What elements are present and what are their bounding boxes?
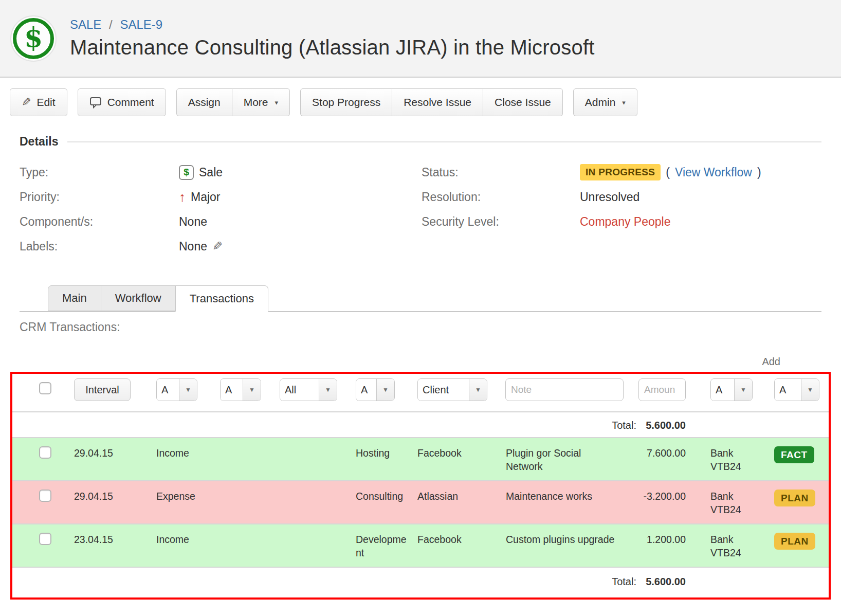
transaction-category: Consulting: [345, 490, 407, 503]
pencil-icon: ✎: [22, 96, 31, 109]
priority-major-icon: ↑: [179, 190, 186, 204]
security-level-label: Security Level:: [422, 215, 580, 229]
transaction-state-badge: PLAN: [774, 490, 815, 506]
tab-workflow[interactable]: Workflow: [101, 285, 176, 311]
transaction-note: Plugin gor Social Network: [489, 446, 619, 473]
comment-icon: [89, 96, 102, 108]
breadcrumb-separator: /: [109, 17, 113, 31]
type-filter-select[interactable]: A ▼: [156, 378, 197, 401]
note-filter-input[interactable]: [505, 378, 624, 401]
transaction-type: Income: [146, 533, 210, 546]
filter3-select[interactable]: All ▼: [280, 378, 337, 401]
filter2-select[interactable]: A ▼: [220, 378, 261, 401]
resolution-label: Resolution:: [422, 190, 580, 204]
chevron-down-icon: ▾: [275, 99, 279, 106]
transaction-type: Income: [146, 446, 210, 460]
status-lozenge: IN PROGRESS: [580, 164, 661, 180]
chevron-down-icon: ▾: [622, 99, 626, 106]
admin-button-label: Admin: [585, 96, 616, 108]
resolve-issue-button[interactable]: Resolve Issue: [392, 88, 483, 116]
dollar-icon: $: [13, 18, 54, 59]
edit-labels-icon[interactable]: ✎: [212, 239, 223, 253]
transaction-date: 29.04.15: [62, 446, 146, 460]
state-filter-select[interactable]: A ▼: [774, 378, 819, 401]
status-label: Status:: [422, 166, 580, 179]
interval-filter-button[interactable]: Interval: [74, 378, 131, 401]
category-filter-select[interactable]: A ▼: [356, 378, 395, 401]
type-label: Type:: [20, 166, 179, 179]
stop-progress-button[interactable]: Stop Progress: [300, 88, 392, 116]
labels-label: Labels:: [20, 240, 179, 253]
total-label: Total:: [12, 575, 636, 588]
total-value: 5.600.00: [619, 575, 689, 588]
row-checkbox[interactable]: [39, 446, 51, 459]
select-value: A: [711, 379, 735, 401]
tab-transactions[interactable]: Transactions: [175, 285, 268, 312]
close-issue-label: Close Issue: [495, 96, 551, 108]
transaction-category: Hosting: [345, 446, 407, 460]
resolve-issue-label: Resolve Issue: [404, 96, 471, 108]
paren-close: ): [757, 166, 761, 179]
edit-button-label: Edit: [36, 96, 55, 108]
row-checkbox[interactable]: [39, 490, 51, 502]
chevron-down-icon: ▼: [469, 379, 487, 401]
field-type: Type: $ Sale: [20, 160, 422, 185]
components-value: None: [179, 215, 207, 229]
chevron-down-icon: ▼: [735, 379, 752, 401]
admin-button[interactable]: Admin ▾: [573, 88, 637, 116]
assign-more-group: Assign More ▾: [176, 88, 290, 116]
chevron-down-icon: ▼: [319, 379, 337, 401]
details-divider: [67, 141, 821, 142]
transaction-client: Facebook: [407, 446, 489, 460]
transaction-amount: -3.200.00: [619, 490, 689, 503]
field-labels: Labels: None ✎: [20, 234, 422, 259]
client-filter-select[interactable]: Client ▼: [417, 378, 487, 401]
page-title: Maintenance Consulting (Atlassian JIRA) …: [70, 36, 595, 59]
select-all-checkbox[interactable]: [39, 382, 51, 394]
row-checkbox[interactable]: [39, 533, 51, 545]
transaction-amount: 1.200.00: [619, 533, 689, 546]
transaction-row: 29.04.15 Expense Consulting Atlassian Ma…: [12, 480, 829, 523]
select-value: A: [157, 379, 179, 401]
field-components: Component/s: None: [20, 209, 422, 234]
chevron-down-icon: ▼: [179, 379, 197, 401]
components-label: Component/s:: [20, 215, 179, 229]
filter-row: Interval A ▼ A ▼ All ▼ A ▼: [12, 374, 829, 412]
transaction-state-badge: FACT: [774, 446, 814, 463]
total-row-top: Total: 5.600.00: [12, 412, 829, 437]
bank-filter-select[interactable]: A ▼: [710, 378, 753, 401]
assign-button-label: Assign: [188, 96, 221, 108]
select-value: Client: [418, 379, 469, 401]
assign-button[interactable]: Assign: [176, 88, 232, 116]
comment-button[interactable]: Comment: [78, 88, 166, 116]
security-level-value: Company People: [580, 215, 670, 229]
workflow-actions-group: Stop Progress Resolve Issue Close Issue: [300, 88, 563, 116]
transaction-date: 29.04.15: [62, 490, 146, 503]
add-transaction-link[interactable]: Add: [762, 356, 780, 367]
transactions-panel: Interval A ▼ A ▼ All ▼ A ▼: [10, 372, 831, 600]
total-label: Total:: [12, 419, 636, 432]
crm-transactions-label: CRM Transactions:: [20, 320, 841, 334]
close-issue-button[interactable]: Close Issue: [483, 88, 563, 116]
field-priority: Priority: ↑ Major: [20, 185, 422, 209]
details-section: Details Type: $ Sale Priority: ↑ Major C…: [0, 135, 841, 259]
total-value: 5.600.00: [619, 419, 689, 432]
more-button[interactable]: More ▾: [232, 88, 290, 116]
stop-progress-label: Stop Progress: [312, 96, 380, 108]
field-security-level: Security Level: Company People: [422, 209, 821, 234]
labels-value: None: [179, 240, 207, 253]
breadcrumb-project-link[interactable]: SALE: [70, 17, 101, 31]
edit-button[interactable]: ✎ Edit: [10, 88, 67, 116]
sale-type-icon: $: [179, 165, 194, 180]
transaction-date: 23.04.15: [62, 533, 146, 546]
view-workflow-link[interactable]: View Workflow: [675, 166, 752, 179]
field-resolution: Resolution: Unresolved: [422, 185, 821, 209]
transaction-bank: Bank VTB24: [689, 446, 753, 473]
transaction-category: Development: [345, 533, 407, 559]
breadcrumb-issue-link[interactable]: SALE-9: [120, 17, 162, 31]
tab-main[interactable]: Main: [48, 285, 101, 311]
chevron-down-icon: ▼: [801, 379, 819, 401]
type-value: Sale: [199, 166, 223, 179]
issue-header: $ SALE / SALE-9 Maintenance Consulting (…: [0, 0, 841, 78]
amount-filter-input[interactable]: [638, 378, 686, 401]
